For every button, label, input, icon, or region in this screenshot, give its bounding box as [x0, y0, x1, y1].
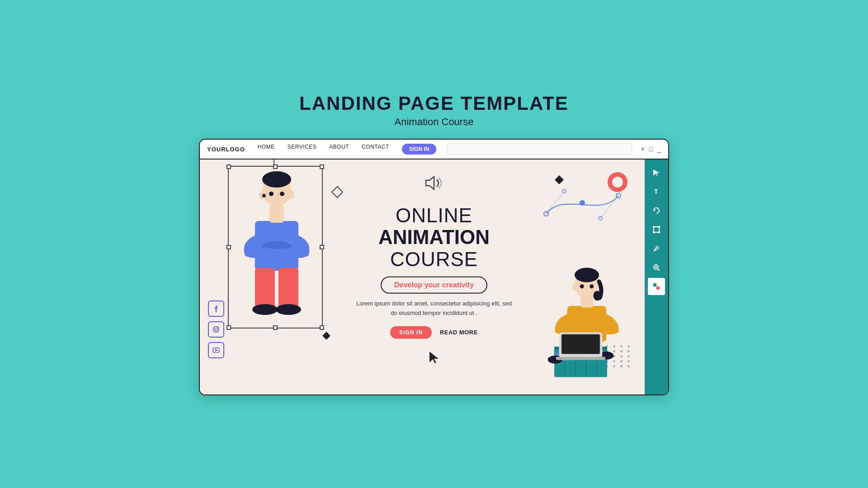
svg-rect-65 [656, 286, 660, 290]
svg-line-59 [657, 246, 659, 248]
svg-point-41 [575, 267, 599, 282]
tool-rotate[interactable] [648, 202, 665, 219]
circle-red-inner [612, 177, 623, 188]
svg-marker-15 [555, 175, 564, 184]
svg-rect-57 [653, 231, 655, 233]
tool-zoom[interactable] [648, 259, 665, 276]
svg-point-12 [262, 194, 266, 197]
tool-frame[interactable] [648, 221, 665, 238]
browser-chrome: YOURLOGO HOME SERVICES ABOUT CONTACT SIG… [200, 140, 668, 160]
svg-point-48 [217, 327, 218, 328]
svg-point-6 [252, 304, 278, 315]
address-bar[interactable] [447, 143, 632, 155]
action-row: SIGN IN READ MORE [353, 326, 515, 339]
svg-point-47 [215, 328, 217, 331]
svg-point-10 [269, 192, 274, 196]
nav-signin-button[interactable]: SIGN IN [402, 144, 437, 155]
diamond-fill-bottom [322, 331, 331, 340]
handle-bc[interactable] [273, 325, 278, 330]
svg-point-9 [288, 190, 294, 199]
svg-marker-14 [332, 187, 343, 197]
body-text: Lorem ipsum dolor sit amet, consectetur … [353, 299, 515, 318]
tool-select[interactable] [648, 164, 665, 181]
character-left [231, 168, 322, 321]
svg-rect-58 [658, 231, 660, 233]
svg-rect-56 [658, 226, 660, 228]
maximize-button[interactable]: □ [649, 145, 653, 153]
cta-pill: Develop your creativity [381, 277, 487, 294]
read-more-button[interactable]: READ MORE [440, 329, 478, 336]
svg-rect-64 [653, 283, 656, 286]
page-subtitle: Animation Course [299, 116, 569, 128]
toolbar-right: T [645, 160, 668, 394]
browser-window: YOURLOGO HOME SERVICES ABOUT CONTACT SIG… [199, 139, 669, 395]
svg-point-44 [590, 284, 594, 288]
svg-point-17 [580, 200, 585, 206]
nav-links: HOME SERVICES ABOUT CONTACT SIGN IN [258, 144, 442, 155]
minimize-button[interactable]: _ [657, 145, 661, 153]
svg-marker-51 [653, 169, 660, 176]
headline-animation: ANIMATION [353, 226, 515, 248]
social-bar [208, 300, 224, 358]
tool-shape[interactable] [648, 278, 665, 295]
handle-bl[interactable] [226, 325, 231, 330]
diamond-outline-top [331, 186, 344, 198]
bezier-curve [542, 187, 623, 223]
page-title: LANDING PAGE TEMPLATE [299, 93, 569, 114]
svg-point-1 [262, 171, 291, 188]
facebook-icon[interactable] [208, 300, 224, 317]
svg-marker-13 [426, 177, 434, 189]
cta-text: Develop your creativity [394, 281, 474, 289]
close-button[interactable]: × [641, 145, 645, 153]
svg-rect-55 [653, 226, 655, 228]
headline-online: ONLINE [353, 205, 515, 226]
tool-text[interactable]: T [648, 183, 665, 200]
svg-point-42 [593, 291, 601, 301]
svg-text:T: T [654, 188, 658, 195]
nav-about[interactable]: ABOUT [329, 144, 349, 155]
headline-course: COURSE [353, 249, 515, 270]
svg-point-7 [276, 304, 301, 315]
handle-tl[interactable] [226, 164, 231, 169]
youtube-icon[interactable] [208, 342, 224, 358]
cursor-icon [429, 351, 439, 367]
sound-icon [425, 176, 443, 193]
hero-content: ONLINE ANIMATION COURSE Develop your cre… [353, 205, 515, 339]
svg-marker-50 [215, 349, 218, 352]
svg-marker-23 [322, 332, 330, 340]
svg-rect-4 [255, 268, 275, 309]
svg-line-61 [658, 269, 660, 271]
hero-signin-button[interactable]: SIGN IN [390, 326, 432, 339]
svg-point-11 [280, 192, 284, 196]
svg-marker-25 [429, 352, 439, 363]
nav-contact[interactable]: CONTACT [362, 144, 389, 155]
svg-rect-37 [561, 334, 600, 354]
instagram-icon[interactable] [208, 321, 224, 338]
svg-point-43 [580, 284, 584, 288]
svg-point-45 [572, 284, 577, 291]
page-header: LANDING PAGE TEMPLATE Animation Course [299, 93, 569, 128]
handle-br[interactable] [320, 325, 324, 330]
diamond-fill-top [554, 175, 564, 185]
handle-ml[interactable] [226, 245, 231, 249]
browser-body: ONLINE ANIMATION COURSE Develop your cre… [200, 160, 668, 394]
browser-controls: × □ _ [641, 145, 661, 153]
svg-rect-5 [278, 268, 298, 309]
nav-home[interactable]: HOME [258, 144, 275, 155]
tool-pen[interactable] [648, 240, 665, 257]
svg-rect-38 [556, 357, 606, 360]
nav-services[interactable]: SERVICES [288, 144, 316, 155]
svg-rect-3 [269, 205, 284, 223]
character-right [546, 263, 627, 381]
nav-logo: YOURLOGO [207, 146, 245, 153]
